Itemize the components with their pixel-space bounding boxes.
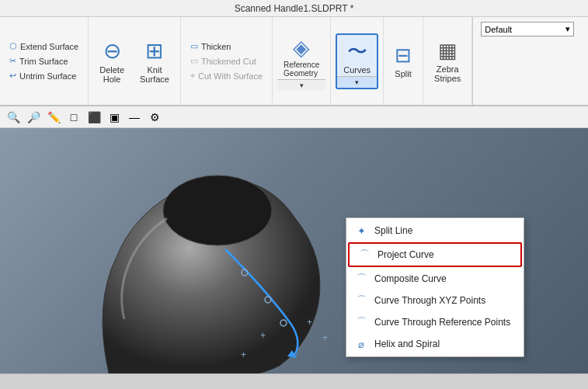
- main-area: + + + + ✦ Split Line ⌒ Project Curve ⌒ C…: [0, 128, 588, 389]
- title-bar: Scanned Handle1.SLDPRT *: [0, 0, 588, 17]
- menu-item-split-line[interactable]: ✦ Split Line: [346, 220, 524, 241]
- project-curve-label: Project Curve: [378, 249, 434, 260]
- reference-geometry-button[interactable]: ◈ ReferenceGeometry ▾: [277, 32, 325, 91]
- svg-text:+: +: [241, 349, 246, 360]
- ribbon: ⬡ Extend Surface ✂ Trim Surface ↩ Untrim…: [0, 17, 588, 106]
- surface-col: ⬡ Extend Surface ✂ Trim Surface ↩ Untrim…: [5, 40, 83, 82]
- zebra-stripes-icon: ▦: [438, 39, 458, 63]
- toolbar-minus[interactable]: —: [126, 109, 143, 126]
- trim-surface-label: Trim Surface: [19, 57, 68, 66]
- toolbar-zoom[interactable]: 🔎: [25, 109, 42, 126]
- curve-xyz-label: Curve Through XYZ Points: [374, 295, 485, 306]
- toolbar-square[interactable]: □: [65, 109, 82, 126]
- svg-text:+: +: [260, 330, 266, 341]
- untrim-surface-button[interactable]: ↩ Untrim Surface: [5, 69, 83, 82]
- ribbon-group-zebra: ▦ ZebraStripes: [423, 17, 472, 105]
- untrim-surface-icon: ↩: [9, 71, 16, 81]
- knit-surface-label: KnitSurface: [140, 65, 169, 84]
- toolbar-search[interactable]: 🔍: [5, 109, 22, 126]
- toolbar-pencil[interactable]: ✏️: [45, 109, 62, 126]
- menu-item-composite-curve[interactable]: ⌒ Composite Curve: [346, 268, 524, 290]
- delete-hole-icon: ⊖: [103, 38, 121, 64]
- ribbon-group-ref-geom: ◈ ReferenceGeometry ▾: [273, 17, 331, 105]
- split-button[interactable]: ⊟ Split: [388, 40, 418, 82]
- thicken-col: ▭ Thicken ▭ Thickened Cut ⌖ Cut With Sur…: [186, 40, 267, 82]
- toolbar: 🔍 🔎 ✏️ □ ⬛ ▣ — ⚙: [0, 106, 588, 128]
- helix-spiral-label: Helix and Spiral: [374, 339, 440, 349]
- curve-ref-points-label: Curve Through Reference Points: [374, 317, 510, 328]
- thicken-icon: ▭: [190, 41, 198, 51]
- status-bar: [0, 373, 588, 389]
- svg-text:+: +: [322, 332, 328, 343]
- menu-item-curve-xyz[interactable]: ⌒ Curve Through XYZ Points: [346, 290, 524, 311]
- curves-dropdown[interactable]: ▾: [337, 76, 377, 88]
- reference-geometry-dropdown[interactable]: ▾: [277, 79, 325, 91]
- curves-dropdown-menu: ✦ Split Line ⌒ Project Curve ⌒ Composite…: [346, 217, 524, 357]
- view-dropdown-value: Default: [485, 25, 512, 34]
- ribbon-group-thicken: ▭ Thicken ▭ Thickened Cut ⌖ Cut With Sur…: [181, 17, 273, 105]
- delete-hole-button[interactable]: ⊖ DeleteHole: [93, 35, 130, 87]
- extend-surface-label: Extend Surface: [20, 42, 78, 51]
- ribbon-right: Default ▾: [472, 17, 588, 105]
- thickened-cut-label: Thickened Cut: [201, 57, 256, 66]
- curve-xyz-icon: ⌒: [354, 293, 368, 307]
- svg-point-0: [163, 175, 272, 245]
- viewport[interactable]: + + + + ✦ Split Line ⌒ Project Curve ⌒ C…: [0, 128, 588, 389]
- project-curve-icon: ⌒: [357, 248, 371, 262]
- menu-item-curve-ref-points[interactable]: ⌒ Curve Through Reference Points: [346, 311, 524, 333]
- menu-item-project-curve[interactable]: ⌒ Project Curve: [348, 242, 522, 267]
- reference-geometry-icon: ◈: [293, 35, 310, 61]
- curves-label: Curves: [343, 65, 371, 75]
- view-dropdown[interactable]: Default ▾: [481, 22, 574, 36]
- curve-ref-points-icon: ⌒: [354, 315, 368, 329]
- ribbon-group-surface: ⬡ Extend Surface ✂ Trim Surface ↩ Untrim…: [0, 17, 89, 105]
- toolbar-settings[interactable]: ⚙: [146, 109, 163, 126]
- zebra-stripes-label: ZebraStripes: [434, 64, 461, 83]
- knit-surface-button[interactable]: ⊞ KnitSurface: [134, 35, 176, 87]
- ribbon-group-tools: ⊖ DeleteHole ⊞ KnitSurface: [89, 17, 181, 105]
- reference-geometry-top[interactable]: ◈ ReferenceGeometry: [277, 32, 325, 79]
- thickened-cut-button[interactable]: ▭ Thickened Cut: [186, 54, 267, 68]
- thicken-label: Thicken: [201, 42, 231, 51]
- cut-with-surface-label: Cut With Surface: [198, 71, 263, 81]
- split-line-icon: ✦: [354, 224, 368, 238]
- curves-top[interactable]: 〜 Curves: [337, 35, 377, 76]
- helix-spiral-icon: ⌀: [354, 337, 368, 351]
- ribbon-group-curves: 〜 Curves ▾: [331, 17, 384, 105]
- split-line-label: Split Line: [374, 225, 412, 236]
- toolbar-box[interactable]: ⬛: [85, 109, 103, 126]
- view-dropdown-arrow: ▾: [565, 24, 570, 34]
- untrim-surface-label: Untrim Surface: [19, 71, 76, 81]
- composite-curve-icon: ⌒: [354, 272, 368, 286]
- thicken-button[interactable]: ▭ Thicken: [186, 40, 267, 53]
- knit-surface-icon: ⊞: [145, 38, 163, 64]
- curves-button[interactable]: 〜 Curves ▾: [336, 33, 378, 89]
- reference-geometry-label: ReferenceGeometry: [284, 61, 319, 78]
- trim-surface-button[interactable]: ✂ Trim Surface: [5, 54, 83, 68]
- cut-with-surface-icon: ⌖: [190, 71, 195, 81]
- cut-with-surface-button[interactable]: ⌖ Cut With Surface: [186, 69, 267, 82]
- menu-item-helix-spiral[interactable]: ⌀ Helix and Spiral: [346, 333, 524, 355]
- composite-curve-label: Composite Curve: [374, 273, 447, 284]
- trim-surface-icon: ✂: [9, 56, 16, 66]
- ribbon-group-split: ⊟ Split: [384, 17, 423, 105]
- svg-text:+: +: [307, 317, 312, 328]
- model-svg: + + + +: [47, 133, 373, 373]
- zebra-stripes-button[interactable]: ▦ ZebraStripes: [428, 36, 467, 86]
- thickened-cut-icon: ▭: [190, 56, 198, 66]
- extend-surface-icon: ⬡: [9, 41, 17, 51]
- curves-icon: 〜: [347, 38, 367, 65]
- extend-surface-button[interactable]: ⬡ Extend Surface: [5, 40, 83, 53]
- title-text: Scanned Handle1.SLDPRT *: [235, 3, 354, 14]
- split-label: Split: [395, 69, 411, 78]
- delete-hole-label: DeleteHole: [99, 65, 124, 84]
- toolbar-box2[interactable]: ▣: [106, 109, 123, 126]
- split-icon: ⊟: [395, 43, 412, 68]
